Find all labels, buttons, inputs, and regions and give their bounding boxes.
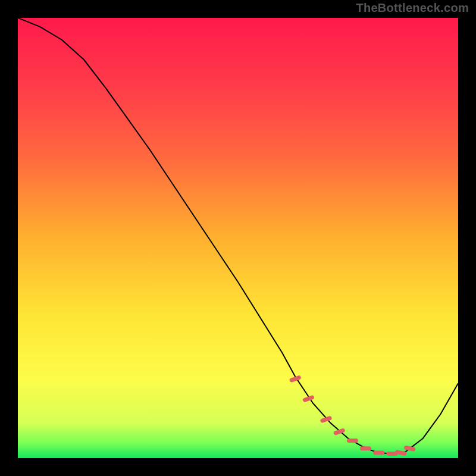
watermark-label: TheBottleneck.com <box>356 1 469 15</box>
optimal-marker <box>292 378 299 380</box>
optimal-marker <box>322 418 330 421</box>
optimal-marker <box>305 397 312 400</box>
optimal-marker <box>406 448 414 450</box>
bottleneck-chart <box>18 18 458 458</box>
gradient-background <box>18 18 458 458</box>
optimal-marker <box>336 431 343 433</box>
optimal-marker <box>397 452 405 454</box>
chart-frame: TheBottleneck.com <box>0 0 476 476</box>
plot-area <box>18 18 458 458</box>
